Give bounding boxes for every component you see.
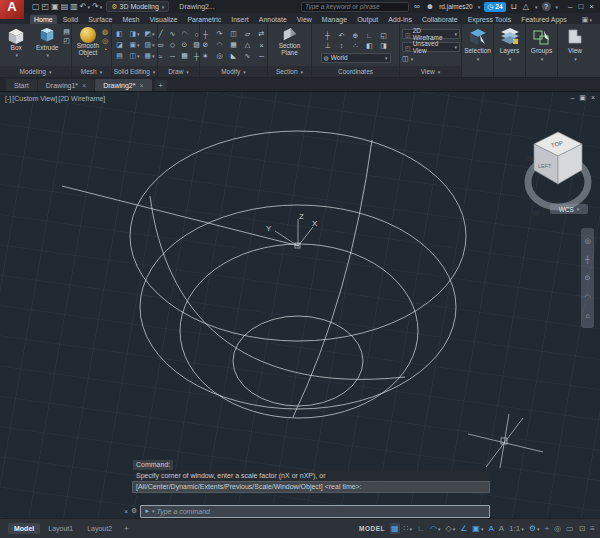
viewport-configuration-caret-icon[interactable]: ▾ [411, 56, 414, 62]
model-space-button[interactable]: MODEL [359, 525, 385, 532]
layout-tab-layout2[interactable]: Layout2 [81, 523, 118, 534]
compass-north-label[interactable]: N [527, 154, 533, 163]
taper-faces-icon-caret[interactable]: ▾ [137, 53, 140, 59]
extrude-faces-icon[interactable]: ◪ [113, 40, 126, 50]
spline-icon[interactable]: ≈ [156, 51, 166, 61]
maximize-button[interactable]: □ [578, 2, 583, 11]
connect-icon-caret[interactable]: ▾ [589, 17, 592, 23]
offset-icon[interactable]: ◎ [214, 51, 226, 61]
save-as-icon[interactable]: ▤ [61, 2, 69, 11]
panel-label-mesh[interactable]: Mesh ▾ [72, 66, 111, 77]
viewport-restore-icon[interactable]: ▣ [579, 94, 586, 102]
layout-tab-model[interactable]: Model [8, 523, 40, 534]
show-motion-icon[interactable]: ⌂ [585, 312, 589, 319]
command-input[interactable]: ▸ ▾ Type a command [140, 505, 490, 518]
offset-faces-icon-caret[interactable]: ▾ [152, 42, 155, 48]
open-file-icon[interactable]: ◰ [42, 2, 50, 11]
new-layout-button[interactable]: + [120, 524, 133, 533]
polyline-icon[interactable]: ∿ [168, 29, 178, 39]
viewport-close-icon[interactable]: × [591, 94, 595, 102]
orbit-icon[interactable]: ◠ [584, 293, 590, 301]
snap-mode-icon[interactable]: ∷▾ [403, 523, 414, 534]
scale-icon[interactable]: △ [242, 40, 254, 50]
erase-icon[interactable]: × [256, 40, 268, 50]
layers-button[interactable]: Layers ▾ [494, 24, 525, 77]
polysolid-icon[interactable]: ▤ [63, 28, 70, 36]
viewport-controls-menu[interactable]: [-] [5, 95, 11, 102]
view-name-menu[interactable]: [Custom View] [12, 95, 57, 102]
ribbon-tab-manage[interactable]: Manage [318, 15, 351, 24]
compass-west-label[interactable]: W [532, 209, 540, 218]
view-tools-caret-icon[interactable]: ▾ [574, 56, 577, 62]
smooth-refine-icon[interactable]: ◔ [102, 46, 108, 53]
plot-icon[interactable]: ▥ [70, 2, 78, 11]
pan-icon[interactable]: ┼ [585, 256, 590, 263]
ribbon-tab-visualize[interactable]: Visualize [146, 15, 182, 24]
command-customize-icon[interactable]: ⚙ [131, 507, 137, 515]
new-file-icon[interactable]: ▢ [32, 2, 40, 11]
union-icon[interactable]: ◧ [113, 29, 126, 39]
file-tab-start[interactable]: Start [6, 79, 37, 91]
stretch-icon[interactable]: ⇄ [256, 29, 268, 39]
isometric-drafting-icon-caret[interactable]: ▾ [453, 526, 456, 532]
section-plane-button[interactable]: Section Plane [271, 26, 309, 57]
workspace-switching-icon[interactable]: ⚙▾ [528, 523, 541, 534]
annotation-scale-icon[interactable]: 1:1▾ [508, 523, 525, 534]
help-caret-icon[interactable]: ▾ [556, 4, 559, 10]
panel-label-modify[interactable]: Modify ▾ [200, 66, 267, 77]
ucs-icon[interactable]: ┼ [322, 31, 334, 41]
intersect-icon[interactable]: ◩▾ [143, 29, 156, 39]
ucs-x-rotate-icon[interactable]: ◧ [364, 41, 376, 51]
redo-icon[interactable]: ↷▾ [92, 2, 102, 11]
drawing-canvas[interactable]: YZX [-] [Custom View] [2D Wireframe] –▣×… [0, 92, 600, 518]
file-tab-drawing1[interactable]: Drawing1*× [38, 79, 94, 91]
lengthen-icon[interactable]: ─ [256, 51, 268, 61]
groups-button[interactable]: Groups ▾ [526, 24, 557, 77]
line-icon[interactable]: ╱ [156, 29, 166, 39]
visual-style-menu[interactable]: [2D Wireframe] [58, 95, 105, 102]
ucs-z-axis-icon[interactable]: ↕ [336, 41, 348, 51]
panel-label-coordinates[interactable]: Coordinates [312, 66, 399, 77]
navigation-bar[interactable]: ◎┼⊙◠⌂ [581, 228, 594, 328]
taper-faces-icon[interactable]: ◫▾ [128, 51, 141, 61]
infocenter-search-input[interactable] [301, 2, 409, 12]
move-faces-icon-caret[interactable]: ▾ [137, 42, 140, 48]
polar-tracking-icon[interactable]: ◠▾ [429, 523, 442, 534]
shell-icon[interactable]: ▦▾ [143, 51, 156, 61]
ucs-3point-icon[interactable]: ∴ [350, 41, 362, 51]
box-tool-button[interactable]: Box ▾ [1, 26, 31, 58]
isolate-objects-icon[interactable]: ◎ [553, 523, 562, 534]
wcs-menu[interactable]: WCS ▾ [550, 204, 588, 214]
move-icon[interactable]: ┼ [200, 29, 212, 39]
ribbon-tab-add-ins[interactable]: Add-ins [384, 15, 416, 24]
named-view-dropdown[interactable]: ◰ Unsaved View ▾ [402, 42, 460, 52]
fillet-edge-icon[interactable]: ▤ [113, 51, 126, 61]
connect-icon[interactable]: ▣▾ [582, 16, 592, 24]
file-tab-close-icon[interactable]: × [82, 82, 86, 89]
copy-icon[interactable]: ◫ [228, 29, 240, 39]
clean-screen-icon[interactable]: ⊡ [578, 523, 587, 534]
command-close-icon[interactable]: × [124, 508, 128, 515]
ribbon-tab-output[interactable]: Output [353, 15, 382, 24]
undo-icon[interactable]: ↶▾ [80, 2, 90, 11]
selection-button[interactable]: Selection ▾ [462, 24, 493, 77]
signed-in-user[interactable]: rd.jaimes20 [439, 3, 473, 10]
help-icon[interactable]: ? [542, 2, 551, 11]
ribbon-tab-express-tools[interactable]: Express Tools [464, 15, 515, 24]
ortho-mode-icon[interactable]: ∟ [416, 523, 426, 534]
alert-caret-icon[interactable]: ▾ [535, 4, 538, 10]
smooth-less-icon[interactable]: ◎ [102, 37, 108, 45]
box-caret-icon[interactable]: ▾ [15, 52, 18, 58]
ucs-world-dropdown[interactable]: ◍ World ▾ [321, 53, 391, 63]
object-snap-tracking-icon[interactable]: ∠ [459, 523, 468, 534]
trial-timer-badge[interactable]: ◷ 24 [484, 2, 505, 12]
viewport-minimize-icon[interactable]: – [570, 94, 574, 102]
donut-icon[interactable]: ⊙ [180, 40, 190, 50]
region-icon[interactable]: ▦ [180, 51, 190, 61]
groups-caret-icon[interactable]: ▾ [541, 56, 544, 62]
search-binoculars-icon[interactable]: ∞ [413, 2, 421, 11]
ribbon-tab-annotate[interactable]: Annotate [255, 15, 291, 24]
grid-display-icon[interactable]: ▦ [390, 523, 400, 534]
layout-tab-layout1[interactable]: Layout1 [42, 523, 79, 534]
ucs-view-icon[interactable]: ◨ [378, 41, 390, 51]
